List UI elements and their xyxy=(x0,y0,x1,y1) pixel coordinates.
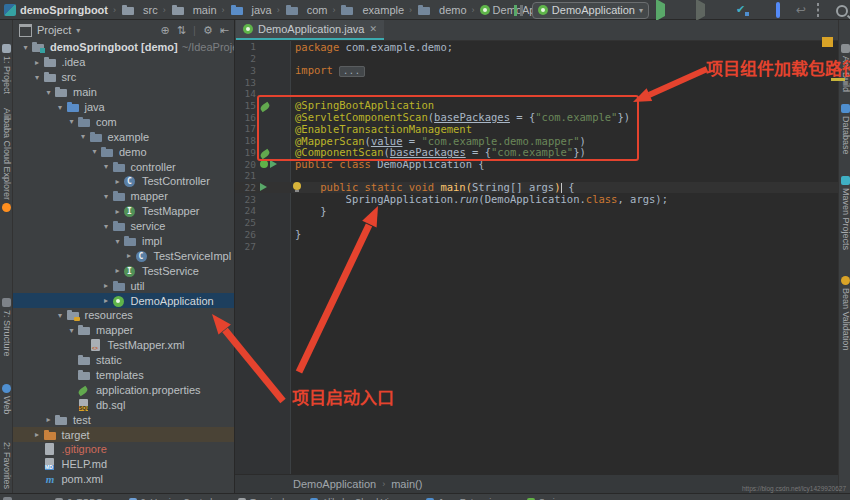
tree-expand-arrow[interactable]: ▾ xyxy=(43,88,54,97)
title-bar: demoSpringboot ›src›main›java›com›exampl… xyxy=(0,0,850,20)
tree-item-main[interactable]: ▾main xyxy=(13,85,234,100)
tree-item-demoapplication[interactable]: ▸DemoApplication xyxy=(13,293,234,308)
tree-item-service[interactable]: ▾service xyxy=(13,219,234,234)
tree-expand-arrow[interactable]: ▾ xyxy=(32,73,43,82)
tree-item-help-md[interactable]: MDHELP.md xyxy=(13,457,234,472)
breadcrumb-project-name[interactable]: demoSpringboot xyxy=(20,4,108,16)
breadcrumb-item-src[interactable]: src xyxy=(121,4,158,16)
gear-icon[interactable]: ⚙ xyxy=(203,24,213,37)
tree-expand-arrow[interactable]: ▾ xyxy=(101,222,112,231)
tree-item-resources[interactable]: ▾resources xyxy=(13,308,234,323)
boot-icon xyxy=(113,295,126,307)
tool-stripe-maven-projects[interactable]: Maven Projects xyxy=(839,176,850,250)
tree-expand-arrow[interactable]: ▾ xyxy=(112,237,123,246)
tree-collapse-arrow[interactable]: ▸ xyxy=(112,266,123,275)
breadcrumb-item-java[interactable]: java xyxy=(230,4,272,16)
screen-share-icon[interactable] xyxy=(776,2,780,18)
annotation-highlight-box xyxy=(257,95,639,161)
tree-item-demospringboot-demo-[interactable]: ▾demoSpringboot [demo] ~/IdeaProjects/ xyxy=(13,40,234,55)
tree-collapse-arrow[interactable]: ▸ xyxy=(101,296,112,305)
tree-item-templates[interactable]: templates xyxy=(13,368,234,383)
tree-item-controller[interactable]: ▾controller xyxy=(13,159,234,174)
tree-expand-arrow[interactable]: ▾ xyxy=(89,147,100,156)
tree-collapse-arrow[interactable]: ▸ xyxy=(112,177,123,186)
tab-demoapplication-java[interactable]: DemoApplication.java ✕ xyxy=(236,20,384,40)
run-gutter-icon[interactable] xyxy=(260,183,267,191)
selection-mode-icon[interactable] xyxy=(817,3,819,17)
tool-stripe-database[interactable]: Database xyxy=(839,104,850,155)
tree-item-testmapper[interactable]: ▸ITestMapper xyxy=(13,204,234,219)
close-icon[interactable]: ✕ xyxy=(369,24,377,34)
run-configuration-select[interactable]: DemoApplication ▾ xyxy=(532,2,649,19)
chevron-right-icon: › xyxy=(221,5,226,15)
breadcrumb-item-com[interactable]: com xyxy=(285,4,328,16)
folder-icon xyxy=(78,354,91,366)
search-everywhere-icon[interactable] xyxy=(836,5,848,17)
tree-expand-arrow[interactable]: ▾ xyxy=(101,192,112,201)
tree-item-testservice[interactable]: ▸ITestService xyxy=(13,263,234,278)
tree-item--gitignore[interactable]: .gitignore xyxy=(13,442,234,457)
tree-expand-arrow[interactable]: ▾ xyxy=(20,43,31,52)
breadcrumb-item-demo[interactable]: demo xyxy=(417,4,467,16)
tree-expand-arrow[interactable]: ▾ xyxy=(55,311,66,320)
inspect-code-icon[interactable] xyxy=(736,4,749,17)
hide-panel-icon[interactable]: ⇤ xyxy=(220,24,229,37)
tool-stripe-bean-validation[interactable]: Bean Validation xyxy=(839,276,850,350)
right-tool-stripe: Ant BuildDatabaseMaven ProjectsBean Vali… xyxy=(838,20,850,493)
tree-expand-arrow[interactable]: ▾ xyxy=(101,162,112,171)
tree-item-example[interactable]: ▾example xyxy=(13,129,234,144)
project-panel-header[interactable]: Project ▾ ⊕ ⇅ | ⚙ ⇤ xyxy=(13,20,234,40)
run-with-coverage-button[interactable] xyxy=(696,0,705,21)
tree-item-com[interactable]: ▾com xyxy=(13,114,234,129)
tool-stripe-2-favorites[interactable]: 2: Favorites★ xyxy=(0,442,13,500)
tree-item-impl[interactable]: ▾impl xyxy=(13,234,234,249)
layout-widget-icon[interactable] xyxy=(512,4,525,17)
tree-item--idea[interactable]: ▸.idea xyxy=(13,55,234,70)
line-number: 23 xyxy=(235,194,256,205)
breadcrumb-item-example[interactable]: example xyxy=(340,4,404,16)
editor-area[interactable]: DemoApplication.java ✕ 1package com.exam… xyxy=(235,20,838,493)
locate-file-icon[interactable]: ⊕ xyxy=(161,24,170,37)
tree-item-db-sql[interactable]: SQLdb.sql xyxy=(13,397,234,412)
gutter-icons xyxy=(256,160,289,168)
tree-expand-arrow[interactable]: ▾ xyxy=(55,103,66,112)
undo-icon[interactable]: ↩ xyxy=(796,4,809,17)
run-button[interactable] xyxy=(656,0,665,21)
tree-item-target[interactable]: ▸target xyxy=(13,427,234,442)
run-configuration-label: DemoApplication xyxy=(552,4,635,16)
tree-expand-arrow[interactable]: ▾ xyxy=(66,117,77,126)
tree-collapse-arrow[interactable]: ▸ xyxy=(124,251,135,260)
tree-item-util[interactable]: ▸util xyxy=(13,278,234,293)
line-number: 1 xyxy=(235,41,256,52)
tree-expand-arrow[interactable]: ▾ xyxy=(66,326,77,335)
tree-expand-arrow[interactable]: ▾ xyxy=(78,132,89,141)
tree-item-demo[interactable]: ▾demo xyxy=(13,144,234,159)
tree-item-testmapper-xml[interactable]: <>TestMapper.xml xyxy=(13,338,234,353)
tree-collapse-arrow[interactable]: ▸ xyxy=(101,281,112,290)
tree-collapse-arrow[interactable]: ▸ xyxy=(32,430,43,439)
tool-stripe-web[interactable]: Web xyxy=(0,384,13,414)
tree-item-testcontroller[interactable]: ▸CTestController xyxy=(13,174,234,189)
breadcrumb-item-main[interactable]: main xyxy=(171,4,217,16)
tree-item-src[interactable]: ▾src xyxy=(13,70,234,85)
tree-item-static[interactable]: static xyxy=(13,353,234,368)
tree-collapse-arrow[interactable]: ▸ xyxy=(32,58,43,67)
line-number: 27 xyxy=(235,241,256,252)
tree-item-test[interactable]: ▸test xyxy=(13,412,234,427)
tool-stripe-7-structure[interactable]: 7: Structure xyxy=(0,298,13,357)
tool-stripe-alibaba-cloud-explorer[interactable]: Alibaba Cloud Explorer xyxy=(0,108,13,212)
tree-collapse-arrow[interactable]: ▸ xyxy=(112,207,123,216)
inspection-status-indicator[interactable] xyxy=(822,37,833,47)
breadcrumb-class[interactable]: DemoApplication xyxy=(293,478,376,490)
tree-item-pom-xml[interactable]: mpom.xml xyxy=(13,472,234,487)
breadcrumb-method[interactable]: main() xyxy=(391,478,422,490)
collapse-all-icon[interactable]: ⇅ xyxy=(177,24,186,37)
tool-stripe-1-project[interactable]: 1: Project xyxy=(0,44,13,94)
tree-item-java[interactable]: ▾java xyxy=(13,100,234,115)
tree-item-mapper[interactable]: ▾mapper xyxy=(13,323,234,338)
run-gutter-icon[interactable] xyxy=(270,160,277,168)
tree-item-application-properties[interactable]: application.properties xyxy=(13,382,234,397)
tree-collapse-arrow[interactable]: ▸ xyxy=(43,415,54,424)
tree-item-mapper[interactable]: ▾mapper xyxy=(13,189,234,204)
tree-item-testserviceimpl[interactable]: ▸CTestServiceImpl xyxy=(13,248,234,263)
